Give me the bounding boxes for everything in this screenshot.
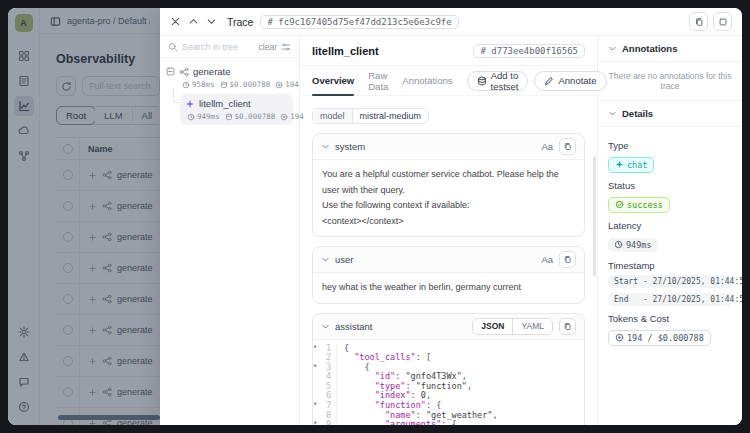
line-number[interactable]: ▾3 bbox=[313, 363, 337, 373]
message-content: hey what is the weather in berlin, germa… bbox=[313, 273, 584, 303]
text-size-button[interactable]: Aa bbox=[541, 141, 553, 152]
annotations-empty-text: There are no annotations for this trace bbox=[598, 62, 742, 101]
modal-dim-overlay[interactable] bbox=[8, 8, 160, 425]
timestamp-end-badge: End - 27/10/2025, 01:44:59 PM bbox=[608, 293, 732, 306]
latency-badge: 949ms bbox=[608, 238, 658, 252]
fold-chevron-icon: ▾ bbox=[313, 400, 317, 410]
latency-label: Latency bbox=[608, 220, 732, 231]
line-number: 5 bbox=[313, 382, 337, 392]
cost-coins-icon bbox=[225, 113, 233, 121]
line-number[interactable]: ▾7 bbox=[313, 401, 337, 411]
fold-chevron-icon: ▾ bbox=[313, 343, 317, 353]
copy-link-button[interactable] bbox=[689, 12, 708, 31]
tree-clear-button[interactable]: clear bbox=[259, 42, 277, 52]
drawer-topbar: Trace # fc9c167405d75ef47dd213c5e6e3c9fe bbox=[160, 8, 742, 36]
background-page: A agenta-pro / Default / observability bbox=[8, 8, 160, 425]
add-to-testset-button[interactable]: Add to testset bbox=[467, 71, 529, 91]
timestamp-start-badge: Start - 27/10/2025, 01:44:58 PM bbox=[608, 275, 732, 288]
tokens-icon bbox=[615, 333, 624, 342]
format-yaml-button[interactable]: YAML bbox=[513, 319, 552, 334]
tree-item-litellm-client[interactable]: litellm_client 949ms $0.000788 194 bbox=[180, 94, 293, 125]
tree-search-input[interactable] bbox=[182, 42, 255, 52]
tree-item-generate[interactable]: generate 958ms $0.000788 194 bbox=[166, 66, 293, 89]
message-role: system bbox=[335, 141, 365, 152]
tree-search-row: clear bbox=[160, 36, 299, 58]
code-line: ▾9 "arguments": { bbox=[313, 420, 584, 425]
close-icon[interactable] bbox=[170, 16, 181, 27]
line-number[interactable]: ▾1 bbox=[313, 344, 337, 354]
details-sidebar: Annotations There are no annotations for… bbox=[597, 36, 742, 425]
copy-icon[interactable] bbox=[559, 138, 576, 155]
json-code-editor[interactable]: ▾1{2 "tool_calls": [▾3 {4 "id": "gnfo4T3… bbox=[313, 340, 584, 426]
chevron-down-icon bbox=[608, 44, 617, 53]
message-role: user bbox=[335, 254, 353, 265]
tab-overview[interactable]: Overview bbox=[312, 66, 354, 95]
trace-id-badge[interactable]: # fc9c167405d75ef47dd213c5e6e3c9fe bbox=[260, 15, 458, 29]
status-badge: success bbox=[608, 197, 670, 213]
line-number[interactable]: ▾9 bbox=[313, 420, 337, 425]
model-badge: model mistral-medium bbox=[312, 108, 429, 124]
next-trace-chevron-down-icon[interactable] bbox=[206, 16, 217, 27]
annotate-button[interactable]: Annotate bbox=[534, 71, 606, 91]
check-circle-icon bbox=[615, 200, 624, 209]
latency-clock-icon bbox=[187, 113, 195, 121]
copy-icon[interactable] bbox=[559, 318, 576, 335]
code-lines: ▾1{2 "tool_calls": [▾3 {4 "id": "gnfo4T3… bbox=[313, 344, 584, 426]
status-label: Status bbox=[608, 180, 732, 191]
main-vertical-scrollbar[interactable] bbox=[593, 156, 596, 276]
sparkle-icon bbox=[185, 99, 195, 109]
collapse-box-icon[interactable] bbox=[166, 67, 175, 76]
drawer-title: Trace bbox=[227, 16, 253, 28]
trace-tree-panel: clear generate 958ms $0.000788 194 bbox=[160, 36, 300, 425]
type-badge: chat bbox=[608, 157, 654, 173]
trace-drawer: Trace # fc9c167405d75ef47dd213c5e6e3c9fe… bbox=[160, 8, 742, 425]
tokens-icon bbox=[275, 81, 283, 89]
latency-clock-icon bbox=[614, 240, 623, 249]
prev-trace-chevron-up-icon[interactable] bbox=[188, 16, 199, 27]
pencil-icon bbox=[544, 76, 554, 86]
chevron-down-icon[interactable] bbox=[321, 322, 330, 331]
message-card-user: user Aa hey what is the weather in berli… bbox=[312, 246, 585, 304]
tree-filter-icon[interactable] bbox=[281, 42, 291, 52]
expand-drawer-button[interactable] bbox=[713, 12, 732, 31]
sparkle-icon bbox=[615, 160, 624, 169]
span-name: litellm_client bbox=[199, 98, 251, 109]
fold-chevron-icon: ▾ bbox=[313, 419, 317, 425]
annotations-section-header[interactable]: Annotations bbox=[598, 36, 742, 62]
span-tabs: Overview Raw Data Annotations Add to tes… bbox=[300, 66, 597, 96]
span-name: generate bbox=[193, 66, 231, 77]
chevron-down-icon bbox=[608, 109, 617, 118]
cost-coins-icon bbox=[220, 81, 228, 89]
copy-icon[interactable] bbox=[559, 251, 576, 268]
tokens-cost-label: Tokens & Cost bbox=[608, 313, 732, 324]
line-number: 4 bbox=[313, 372, 337, 382]
span-title: litellm_client bbox=[312, 45, 379, 57]
tokens-icon bbox=[280, 113, 288, 121]
message-role: assistant bbox=[335, 321, 373, 332]
message-card-assistant: assistant JSON YAML ▾1{2 "tool_calls": [… bbox=[312, 313, 585, 426]
overview-content: model mistral-medium system Aa bbox=[300, 96, 597, 425]
span-detail-panel: litellm_client # d773ee4b00f16565 Overvi… bbox=[300, 36, 597, 425]
latency-clock-icon bbox=[182, 81, 190, 89]
format-toggle: JSON YAML bbox=[472, 318, 553, 335]
text-size-button[interactable]: Aa bbox=[541, 254, 553, 265]
search-icon bbox=[168, 42, 178, 52]
type-label: Type bbox=[608, 140, 732, 151]
span-id-badge[interactable]: # d773ee4b00f16565 bbox=[473, 44, 585, 58]
tab-annotations[interactable]: Annotations bbox=[402, 66, 452, 95]
message-content: You are a helpful customer service chatb… bbox=[313, 160, 584, 236]
format-json-button[interactable]: JSON bbox=[473, 319, 513, 334]
details-section-header[interactable]: Details bbox=[598, 101, 742, 127]
timestamp-label: Timestamp bbox=[608, 260, 732, 271]
fold-chevron-icon: ▾ bbox=[313, 362, 317, 372]
tab-raw-data[interactable]: Raw Data bbox=[368, 66, 388, 95]
tokens-cost-badge: 194 / $0.000788 bbox=[608, 330, 711, 346]
share-nodes-icon bbox=[179, 67, 189, 77]
chevron-down-icon[interactable] bbox=[321, 142, 330, 151]
database-icon bbox=[477, 76, 487, 86]
chevron-down-icon[interactable] bbox=[321, 255, 330, 264]
message-card-system: system Aa You are a helpful customer ser… bbox=[312, 133, 585, 237]
app-window: A agenta-pro / Default / observability bbox=[8, 8, 742, 425]
